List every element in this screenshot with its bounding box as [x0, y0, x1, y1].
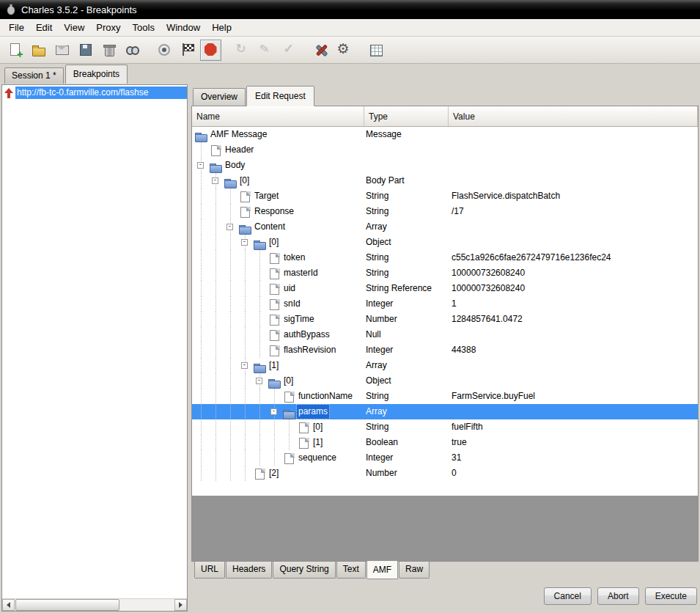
tree-row[interactable]: ResponseString/17: [192, 204, 698, 219]
tree-node-label: [2]: [267, 466, 281, 481]
tree-value-cell: [449, 158, 698, 173]
execute-button[interactable]: Execute: [645, 587, 697, 605]
flag-button[interactable]: [177, 40, 198, 61]
tree-row[interactable]: masterIdString100000732608240: [192, 265, 698, 281]
trash-button[interactable]: [98, 40, 119, 61]
tree-type-cell: Object: [364, 373, 449, 389]
tree-indent-guide: [209, 204, 224, 219]
collapse-expander-icon[interactable]: -: [256, 378, 262, 384]
tree-node-label: Content: [252, 219, 287, 235]
tab-query-string[interactable]: Query String: [273, 562, 335, 579]
new-session-button[interactable]: [4, 40, 26, 61]
tree-indent-guide: [209, 235, 224, 250]
settings-button[interactable]: [334, 40, 355, 61]
tree-row[interactable]: Header: [192, 142, 698, 158]
tree-row[interactable]: tokenStringc55c1a926c6fae2672479716e1236…: [192, 250, 698, 265]
repeat-button[interactable]: [232, 40, 253, 61]
tree-row[interactable]: -[0]Object: [192, 235, 698, 250]
tree-indent-guide: [194, 235, 209, 250]
scrollbar-thumb[interactable]: [15, 599, 119, 611]
menu-item-view[interactable]: View: [58, 20, 90, 35]
tree-row[interactable]: -[0]Object: [192, 373, 698, 389]
tab-raw[interactable]: Raw: [399, 562, 430, 579]
tree-row[interactable]: uidString Reference100000732608240: [192, 281, 698, 296]
tree-row[interactable]: sequenceInteger31: [192, 450, 698, 466]
tab-session-1[interactable]: Session 1 *: [4, 67, 64, 84]
request-url[interactable]: http://fb-tc-0.farmville.com/flashse: [15, 87, 187, 99]
tree-type-cell: Array: [364, 358, 449, 373]
tree-value-cell: 1: [449, 296, 698, 312]
tree-indent-guide: [209, 466, 224, 481]
collapse-expander-icon[interactable]: -: [212, 177, 218, 184]
tab-headers[interactable]: Headers: [226, 562, 272, 579]
tree-indent-guide: [238, 435, 253, 450]
column-header-name[interactable]: Name: [192, 106, 364, 126]
find-button[interactable]: [122, 40, 143, 61]
save-session-button[interactable]: [75, 40, 96, 61]
menu-item-edit[interactable]: Edit: [30, 20, 58, 35]
record-button[interactable]: [153, 40, 174, 61]
column-header-value[interactable]: Value: [449, 106, 698, 126]
tree-row[interactable]: [1]Booleantrue: [192, 435, 698, 450]
tree-indent-guide: [194, 173, 209, 188]
tree-row[interactable]: authBypassNull: [192, 327, 698, 342]
scroll-right-button[interactable]: [174, 599, 187, 611]
tree-row[interactable]: sigTimeNumber1284857641.0472: [192, 312, 698, 327]
tree-indent-guide: [253, 296, 268, 312]
tree-row[interactable]: AMF MessageMessage: [192, 127, 698, 142]
sidebar-horizontal-scrollbar[interactable]: [2, 598, 187, 611]
menu-item-tools[interactable]: Tools: [127, 20, 161, 35]
tab-url[interactable]: URL: [194, 562, 225, 579]
tree-name-cell: Header: [192, 142, 364, 158]
tree-row[interactable]: [0]StringfuelFifth: [192, 419, 698, 435]
tree-value-cell: fuelFifth: [449, 419, 698, 435]
edit-button[interactable]: [255, 40, 276, 61]
tab-edit-request[interactable]: Edit Request: [246, 86, 314, 106]
file-icon: [282, 389, 296, 404]
open-session-button[interactable]: [28, 40, 49, 61]
tab-amf[interactable]: AMF: [366, 561, 398, 579]
collapse-expander-icon[interactable]: -: [241, 239, 248, 246]
compose-button[interactable]: [365, 40, 386, 61]
menu-item-proxy[interactable]: Proxy: [90, 20, 126, 35]
tree-indent-guide: [253, 450, 268, 466]
tree-name-cell: -Body: [192, 158, 364, 173]
tree-row[interactable]: snIdInteger1: [192, 296, 698, 312]
tree-value-cell: 1284857641.0472: [449, 312, 698, 327]
menu-item-help[interactable]: Help: [206, 20, 237, 35]
tree-row[interactable]: -paramsArray: [192, 404, 698, 419]
scroll-left-button[interactable]: [2, 599, 15, 611]
tree-row[interactable]: -Body: [192, 158, 698, 173]
export-session-button[interactable]: [51, 40, 73, 61]
tree-row[interactable]: -[0]Body Part: [192, 173, 698, 188]
abort-button[interactable]: Abort: [597, 587, 639, 605]
tree-row[interactable]: flashRevisionInteger44388: [192, 342, 698, 358]
tab-breakpoints[interactable]: Breakpoints: [65, 65, 128, 84]
tree-indent-guide: [194, 219, 209, 235]
breakpoint-request-item[interactable]: http://fb-tc-0.farmville.com/flashse: [2, 85, 187, 100]
flag-icon: [180, 43, 195, 57]
cancel-button[interactable]: Cancel: [544, 587, 592, 605]
tree-row[interactable]: -ContentArray: [192, 219, 698, 235]
tree-indent-guide: [194, 404, 209, 419]
tab-text[interactable]: Text: [336, 562, 366, 579]
tree-row[interactable]: functionNameStringFarmService.buyFuel: [192, 389, 698, 404]
menu-item-window[interactable]: Window: [161, 20, 206, 35]
tools-button[interactable]: [310, 40, 331, 61]
collapse-expander-icon[interactable]: -: [270, 408, 277, 415]
menu-item-file[interactable]: File: [3, 20, 30, 35]
tree-indent-guide: [209, 281, 224, 296]
tree-row[interactable]: -[1]Array: [192, 358, 698, 373]
tree-node-label: Body: [223, 158, 247, 173]
collapse-expander-icon[interactable]: -: [241, 362, 248, 369]
column-header-type[interactable]: Type: [364, 106, 449, 126]
tree-row[interactable]: [2]Number0: [192, 466, 698, 481]
tab-overview[interactable]: Overview: [193, 88, 246, 106]
validate-button[interactable]: [279, 40, 300, 61]
collapse-expander-icon[interactable]: -: [197, 162, 204, 169]
collapse-expander-icon[interactable]: -: [226, 224, 233, 230]
tree-row[interactable]: TargetStringFlashService.dispatchBatch: [192, 188, 698, 204]
tree-indent-guide: [253, 281, 268, 296]
tree-name-cell: masterId: [192, 265, 364, 281]
breakpoints-button[interactable]: [200, 40, 221, 61]
